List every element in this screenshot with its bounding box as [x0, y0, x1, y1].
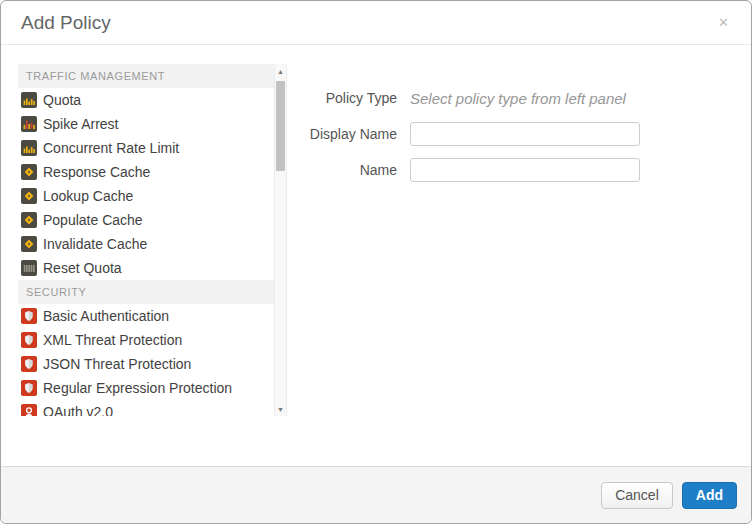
- policy-list-item[interactable]: Populate Cache: [18, 208, 274, 232]
- policy-item-label: Response Cache: [43, 164, 150, 180]
- quota-bars-icon: [21, 92, 37, 108]
- policy-item-label: JSON Threat Protection: [43, 356, 191, 372]
- section-header: SECURITY: [18, 280, 274, 304]
- policy-item-label: OAuth v2.0: [43, 404, 113, 416]
- policy-item-label: Populate Cache: [43, 212, 143, 228]
- policy-item-label: Invalidate Cache: [43, 236, 147, 252]
- name-label: Name: [287, 162, 397, 178]
- policy-list-item[interactable]: OAuth v2.0: [18, 400, 274, 416]
- name-field[interactable]: [410, 158, 640, 182]
- cancel-button[interactable]: Cancel: [601, 482, 673, 509]
- oauth-icon: [21, 404, 37, 416]
- shield-icon: [21, 308, 37, 324]
- shield-icon: [21, 356, 37, 372]
- cache-diamond-icon: [21, 212, 37, 228]
- cache-diamond-icon: [21, 188, 37, 204]
- policy-item-label: Basic Authentication: [43, 308, 169, 324]
- add-button[interactable]: Add: [682, 482, 737, 509]
- policy-list-item[interactable]: Quota: [18, 88, 274, 112]
- policy-list-item[interactable]: Invalidate Cache: [18, 232, 274, 256]
- policy-list-item[interactable]: Response Cache: [18, 160, 274, 184]
- policy-list: TRAFFIC MANAGEMENTQuotaSpike ArrestConcu…: [18, 64, 274, 416]
- policy-list-item[interactable]: Lookup Cache: [18, 184, 274, 208]
- cache-diamond-icon: [21, 164, 37, 180]
- close-icon[interactable]: ✕: [714, 12, 733, 33]
- cache-diamond-icon: [21, 236, 37, 252]
- policy-item-label: XML Threat Protection: [43, 332, 182, 348]
- policy-item-label: Reset Quota: [43, 260, 122, 276]
- display-name-label: Display Name: [287, 126, 397, 142]
- policy-form: Policy Type Select policy type from left…: [287, 64, 737, 194]
- quota-bars-icon: [21, 140, 37, 156]
- policy-type-row: Policy Type Select policy type from left…: [287, 86, 737, 110]
- section-header: TRAFFIC MANAGEMENT: [18, 64, 274, 88]
- policy-item-label: Concurrent Rate Limit: [43, 140, 179, 156]
- policy-item-label: Lookup Cache: [43, 188, 133, 204]
- display-name-row: Display Name: [287, 122, 737, 146]
- policy-list-item[interactable]: Spike Arrest: [18, 112, 274, 136]
- scrollbar-up-icon[interactable]: ▲: [275, 64, 286, 78]
- policy-type-hint: Select policy type from left panel: [410, 90, 626, 107]
- shield-icon: [21, 332, 37, 348]
- display-name-field[interactable]: [410, 122, 640, 146]
- scrollbar[interactable]: ▲ ▼: [274, 64, 287, 416]
- policy-item-label: Spike Arrest: [43, 116, 118, 132]
- policy-item-label: Regular Expression Protection: [43, 380, 232, 396]
- scrollbar-thumb[interactable]: [276, 81, 285, 171]
- dialog-header: Add Policy ✕: [1, 1, 751, 45]
- name-row: Name: [287, 158, 737, 182]
- policy-list-item[interactable]: Reset Quota: [18, 256, 274, 280]
- policy-type-panel: TRAFFIC MANAGEMENTQuotaSpike ArrestConcu…: [18, 64, 287, 416]
- spike-bars-icon: [21, 116, 37, 132]
- policy-list-item[interactable]: XML Threat Protection: [18, 328, 274, 352]
- policy-list-item[interactable]: JSON Threat Protection: [18, 352, 274, 376]
- scrollbar-down-icon[interactable]: ▼: [275, 402, 286, 416]
- dialog-title: Add Policy: [21, 12, 111, 34]
- policy-list-item[interactable]: Concurrent Rate Limit: [18, 136, 274, 160]
- policy-list-item[interactable]: Regular Expression Protection: [18, 376, 274, 400]
- policy-list-item[interactable]: Basic Authentication: [18, 304, 274, 328]
- policy-item-label: Quota: [43, 92, 81, 108]
- policy-type-label: Policy Type: [287, 90, 397, 106]
- add-policy-dialog: Add Policy ✕ TRAFFIC MANAGEMENTQuotaSpik…: [0, 0, 752, 524]
- shield-icon: [21, 380, 37, 396]
- reset-bars-icon: [21, 260, 37, 276]
- dialog-footer: Cancel Add: [1, 466, 751, 523]
